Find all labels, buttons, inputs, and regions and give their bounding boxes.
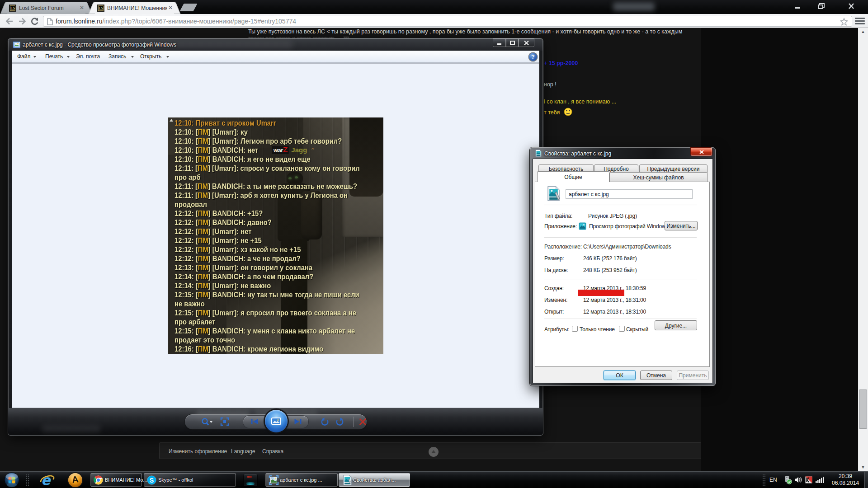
file-type-label: Тип файла:	[544, 213, 572, 219]
chat-line: 12:10: [ПМ] [Umarr]: Легион про арб тебе…	[175, 137, 342, 145]
previous-icon[interactable]	[250, 418, 259, 425]
help-icon[interactable]: ?	[529, 53, 537, 61]
taskbar-button-properties[interactable]: Свойства: арбал...	[339, 473, 410, 487]
change-app-button[interactable]: Изменить...	[665, 221, 698, 230]
taskbar-button-photo-viewer[interactable]: арбалет с кс.jpg ...	[265, 473, 338, 487]
chat-line: 12:15: [ПМ] BANDICH: у меня с клана никт…	[175, 327, 355, 335]
page-icon	[47, 18, 53, 25]
photo-viewer-bottom-bar	[8, 408, 543, 435]
browser-minimize-button[interactable]	[787, 1, 807, 11]
filename-input[interactable]	[566, 189, 693, 199]
dialog-close-button[interactable]	[691, 148, 712, 156]
other-attrs-button[interactable]: Другие...	[655, 320, 697, 330]
bookmark-star-icon[interactable]	[840, 18, 848, 26]
chat-line: не важно	[175, 300, 205, 308]
readonly-checkbox[interactable]	[572, 326, 578, 332]
ls-favicon: LS	[97, 5, 104, 12]
slideshow-button[interactable]	[265, 410, 288, 432]
chrome-menu-icon[interactable]	[855, 18, 865, 25]
close-icon	[848, 3, 854, 9]
forum-footer-bar: Изменить оформление Language Справка	[159, 442, 701, 459]
taskbar-icon-dark-app[interactable]	[242, 473, 259, 487]
rotate-left-icon[interactable]	[320, 418, 330, 427]
maximize-icon	[510, 41, 515, 45]
tab-general[interactable]: Общие	[537, 171, 609, 182]
apply-button[interactable]: Применить	[677, 371, 709, 380]
chat-line: 12:15: [ПМ] [Umarr]: я спросил про твоег…	[175, 309, 356, 317]
forum-link[interactable]: + 15 pp-2000	[544, 60, 578, 66]
scroll-up-arrow[interactable]: ▲	[858, 28, 868, 36]
reload-icon[interactable]	[30, 17, 39, 26]
back-icon[interactable]	[5, 18, 14, 25]
show-desktop-button[interactable]	[864, 472, 868, 488]
taskbar-button-chrome[interactable]: ВНИМАНИЕ! Мо...	[90, 473, 142, 487]
chat-line: 12:12: [ПМ] BANDICH: давно?	[175, 219, 272, 227]
internet-explorer-icon[interactable]: e	[39, 473, 56, 487]
opened-label: Открыт:	[544, 309, 564, 315]
menu-file[interactable]: Файл	[17, 53, 31, 60]
chat-line: 12:11: [ПМ] [Umarr]: спроси у сокланов к…	[175, 164, 360, 173]
page-background-right	[701, 28, 858, 471]
tab-close-icon[interactable]: ✕	[80, 5, 84, 11]
rotate-right-icon[interactable]	[335, 418, 344, 427]
browser-scrollbar[interactable]: ▲ ▼	[858, 28, 868, 471]
browser-restore-button[interactable]	[811, 1, 831, 11]
language-indicator[interactable]: EN	[769, 477, 777, 483]
url-text: forum.lsonline.ru/index.php?/topic/6067-…	[56, 18, 296, 25]
kaspersky-icon[interactable]	[805, 476, 812, 483]
clock-date[interactable]: 06.08.2014	[832, 480, 859, 486]
back-to-top-button[interactable]	[429, 447, 439, 457]
chat-line: про арб	[175, 174, 201, 182]
network-signal-icon[interactable]	[816, 476, 824, 483]
footer-link-help[interactable]: Справка	[262, 448, 283, 455]
photo-viewer-app-icon	[579, 222, 586, 230]
forward-icon[interactable]	[18, 18, 27, 25]
volume-icon[interactable]	[794, 476, 803, 484]
footer-link-language[interactable]: Language	[231, 448, 255, 455]
menu-open[interactable]: Открыть	[140, 53, 161, 60]
url-bar[interactable]: forum.lsonline.ru/index.php?/topic/6067-…	[43, 16, 852, 27]
tab-lost-sector-forum[interactable]: LS Lost Sector Forum ✕	[4, 2, 89, 14]
window-controls	[493, 38, 534, 47]
tab-vnimanie-moshennik[interactable]: LS ВНИМАНИЕ! Мошенник ✕	[92, 2, 177, 14]
pv-minimize-button[interactable]	[493, 38, 506, 47]
delete-icon[interactable]	[359, 418, 367, 426]
aimp-icon[interactable]: A	[68, 473, 82, 487]
close-icon	[699, 150, 704, 154]
forum-text-yellow2: т тебя	[544, 108, 572, 116]
start-button[interactable]	[4, 472, 19, 488]
menu-print[interactable]: Печать	[45, 53, 63, 60]
hidden-checkbox[interactable]	[619, 326, 625, 332]
browser-toolbar: forum.lsonline.ru/index.php?/topic/6067-…	[0, 14, 868, 28]
scroll-down-arrow[interactable]: ▼	[858, 464, 868, 471]
tab-hash-sums[interactable]: Хеш-суммы файлов	[609, 172, 708, 182]
scrollbar-thumb[interactable]	[859, 389, 867, 429]
menu-email[interactable]: Эл. почта	[76, 53, 100, 60]
chat-line: 12:12: [ПМ] [Umarr]: нет	[175, 228, 252, 236]
clock-time[interactable]: 20:39	[839, 473, 852, 479]
caret-icon	[67, 56, 70, 58]
new-tab-button[interactable]	[179, 4, 197, 11]
next-icon[interactable]	[293, 418, 302, 425]
fit-to-window-icon[interactable]	[220, 417, 229, 426]
ok-button[interactable]: ОК	[604, 371, 636, 380]
svg-text:e: e	[41, 473, 51, 487]
browser-close-button[interactable]	[838, 1, 865, 11]
jpeg-file-icon-large	[546, 186, 561, 201]
dialog-title: Свойства: арбалет с кс.jpg	[544, 150, 611, 157]
browser-frame: LS Lost Sector Forum ✕ LS ВНИМАНИЕ! Моше…	[0, 0, 868, 14]
footer-link-theme[interactable]: Изменить оформление	[169, 448, 227, 455]
cancel-button[interactable]: Отмена	[640, 371, 672, 380]
zoom-icon[interactable]	[201, 418, 213, 427]
svg-text:S: S	[150, 477, 154, 484]
tab-close-icon[interactable]: ✕	[168, 5, 173, 11]
modified-value: 12 марта 2013 г., 18:31:00	[583, 297, 646, 303]
pv-maximize-button[interactable]	[506, 38, 519, 47]
pv-close-button[interactable]	[519, 38, 534, 47]
toolbar-divider	[353, 417, 354, 427]
taskbar-button-label: Свойства: арбал...	[353, 477, 396, 483]
taskbar-button-skype[interactable]: S Skype™ - offkol	[144, 473, 236, 487]
caret-icon	[131, 56, 134, 58]
menu-burn[interactable]: Запись	[108, 53, 126, 60]
usb-device-icon[interactable]	[783, 475, 792, 484]
